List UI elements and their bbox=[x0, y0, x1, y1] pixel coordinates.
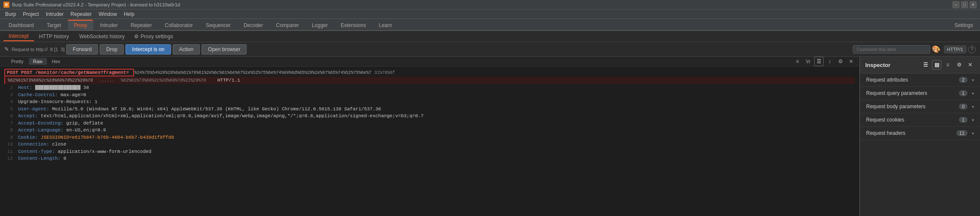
inspector-row-query[interactable]: Request query parameters 1 ▾ bbox=[860, 87, 980, 100]
maximize-button[interactable]: □ bbox=[961, 1, 968, 8]
tab-extensions[interactable]: Extensions bbox=[335, 21, 372, 30]
request-info2: 3] bbox=[61, 47, 64, 52]
forward-button[interactable]: Forward bbox=[66, 44, 98, 55]
tab-dashboard[interactable]: Dashboard bbox=[3, 21, 40, 30]
inspector-title: Inspector bbox=[865, 62, 891, 68]
menu-bar: Burp Project Intruder Repeater Window He… bbox=[0, 9, 980, 19]
request-body-label: Request body parameters bbox=[866, 103, 925, 110]
editor-tab-hex[interactable]: Hex bbox=[48, 58, 65, 65]
action-button[interactable]: Action bbox=[173, 44, 200, 55]
intercept-toggle-button[interactable]: Intercept is on bbox=[125, 44, 171, 55]
title-bar-left: B Burp Suite Professional v2023.4.2 - Te… bbox=[3, 2, 180, 8]
tab-target[interactable]: Target bbox=[41, 21, 67, 30]
tab-logger[interactable]: Logger bbox=[306, 21, 334, 30]
code-line-3: 3 Cache-Control: max-age=0 bbox=[4, 91, 855, 99]
chevron-icon-body: ▾ bbox=[972, 104, 974, 109]
request-headers-badge: 11 bbox=[956, 130, 968, 136]
tab-intruder[interactable]: Intruder bbox=[94, 21, 124, 30]
code-editor[interactable]: POST POST /monitor/cache/getNames?fragme… bbox=[0, 67, 859, 216]
inspector-view-icon-1[interactable]: ☰ bbox=[921, 60, 930, 70]
expand-icon[interactable]: ↕ bbox=[825, 57, 834, 66]
line-content-8: Accept-Language: en-US,en;q=0.9 bbox=[18, 127, 855, 134]
line-num-2: 2 bbox=[4, 84, 13, 91]
menu-project[interactable]: Project bbox=[19, 10, 42, 18]
wrap-icon[interactable]: ≡ bbox=[793, 57, 802, 66]
request-label: Request to http:// bbox=[12, 47, 48, 52]
menu-repeater[interactable]: Repeater bbox=[67, 10, 95, 18]
code-line-1: POST POST /monitor/cache/getNames?fragme… bbox=[4, 69, 855, 76]
code-line-7: 7 Accept-Encoding: gzip, deflate bbox=[4, 120, 855, 127]
request-query-label: Request query parameters bbox=[866, 90, 927, 96]
inspector-row-body[interactable]: Request body parameters 0 ▾ bbox=[860, 100, 980, 113]
request-attributes-label: Request attributes bbox=[866, 77, 908, 83]
line-content-3: Cache-Control: max-age=0 bbox=[18, 91, 855, 99]
request-path: POST /monitor/cache/getNames?fragment= bbox=[21, 70, 129, 75]
inspector-align-icon[interactable]: ≡ bbox=[943, 60, 953, 70]
tab-decoder[interactable]: Decoder bbox=[238, 21, 269, 30]
drop-button[interactable]: Drop bbox=[100, 44, 124, 55]
inspector-row-cookies[interactable]: Request cookies 1 ▾ bbox=[860, 113, 980, 126]
http-version-badge: HTTP/1 bbox=[944, 46, 966, 53]
sub-tab-bar: Intercept HTTP history WebSockets histor… bbox=[0, 31, 980, 42]
tab-collaborator[interactable]: Collaborator bbox=[159, 21, 199, 30]
menu-help[interactable]: Help bbox=[120, 10, 138, 18]
chevron-icon-query: ▾ bbox=[972, 91, 974, 96]
sub-tab-websockets[interactable]: WebSockets history bbox=[74, 32, 130, 41]
tab-proxy[interactable]: Proxy bbox=[68, 20, 93, 30]
inspector-row-right-query: 1 ▾ bbox=[959, 90, 974, 96]
editor-tab-raw[interactable]: Raw bbox=[29, 58, 47, 65]
settings-icon: ⚙ bbox=[134, 33, 139, 40]
inspector-section-headers: Request headers 11 ▾ bbox=[860, 127, 980, 140]
editor-tab-pretty[interactable]: Pretty bbox=[7, 58, 28, 65]
line-content-5: User-Agent: Mozilla/5.0 (Windows NT 10.0… bbox=[18, 106, 855, 113]
colorize-icon[interactable]: 🎨 bbox=[932, 45, 940, 54]
line-content-12: Content-Length: 0 bbox=[18, 155, 855, 162]
encoded-segment-1: %24%7b%54%20%28%6a%61%76%61%2e%6c%61%6e%… bbox=[134, 70, 371, 75]
tab-comparer[interactable]: Comparer bbox=[270, 21, 305, 30]
inspector-close-icon[interactable]: ✕ bbox=[965, 60, 975, 70]
line-num-12: 12 bbox=[4, 155, 13, 162]
close-button[interactable]: ✕ bbox=[970, 1, 977, 8]
close-editor-icon[interactable]: ✕ bbox=[846, 57, 856, 66]
help-icon[interactable]: ? bbox=[968, 46, 976, 53]
menu-intruder[interactable]: Intruder bbox=[43, 10, 67, 18]
proxy-settings-label: Proxy settings bbox=[140, 33, 173, 40]
menu-window[interactable]: Window bbox=[95, 10, 120, 18]
proxy-settings-button[interactable]: ⚙ Proxy settings bbox=[130, 32, 177, 41]
minimize-button[interactable]: ─ bbox=[953, 1, 959, 8]
code-line-4: 4 Upgrade-Insecure-Requests: 1 bbox=[4, 98, 855, 106]
settings-icon[interactable]: ⚙ bbox=[836, 57, 845, 66]
settings-button[interactable]: Settings bbox=[950, 21, 977, 30]
inspector-row-right-body: 0 ▾ bbox=[959, 103, 974, 110]
request-cookies-label: Request cookies bbox=[866, 117, 904, 123]
sub-tab-http-history[interactable]: HTTP history bbox=[34, 32, 74, 41]
comment-input[interactable] bbox=[853, 45, 930, 54]
title-bar: B Burp Suite Professional v2023.4.2 - Te… bbox=[0, 0, 980, 9]
inspector-settings-icon[interactable]: ⚙ bbox=[954, 60, 964, 70]
request-cookies-badge: 1 bbox=[959, 117, 968, 123]
open-browser-button[interactable]: Open browser bbox=[201, 44, 247, 55]
code-line-9: 9 Cookie: JSESSIONID=e617b847-b76b-4604-… bbox=[4, 134, 855, 141]
window-controls[interactable]: ─ □ ✕ bbox=[953, 1, 977, 8]
chevron-icon-headers: ▾ bbox=[972, 131, 974, 136]
tab-repeater[interactable]: Repeater bbox=[125, 21, 158, 30]
pencil-icon: ✎ bbox=[4, 46, 9, 52]
inspector-row-headers[interactable]: Request headers 11 ▾ bbox=[860, 127, 980, 140]
encoded-segment-5: %62%61%73%68%2c%2d%69%7d%22%29%7d bbox=[121, 78, 206, 83]
request-method: POST bbox=[7, 70, 21, 75]
menu-burp[interactable]: Burp bbox=[2, 10, 19, 18]
line-num-8: 8 bbox=[4, 127, 13, 134]
code-line-6: 6 Accept: text/html,application/xhtml+xm… bbox=[4, 113, 855, 120]
editor-tabs: Pretty Raw Hex bbox=[3, 57, 68, 66]
list-icon[interactable]: ☰ bbox=[814, 57, 824, 66]
newline-icon[interactable]: \n bbox=[803, 57, 813, 66]
line-num-11: 11 bbox=[4, 148, 13, 155]
line-content-9: Cookie: JSESSIONID=e617b847-b76b-4604-b6… bbox=[18, 134, 855, 141]
inspector-view-icon-2[interactable]: ▤ bbox=[932, 60, 941, 70]
inspector-row-attributes[interactable]: Request attributes 2 ▾ bbox=[860, 73, 980, 86]
tab-sequencer[interactable]: Sequencer bbox=[200, 21, 237, 30]
request-info: 8 [1 bbox=[50, 47, 58, 52]
tab-learn[interactable]: Learn bbox=[373, 21, 398, 30]
sub-tab-intercept[interactable]: Intercept bbox=[3, 32, 34, 41]
inspector-section-body: Request body parameters 0 ▾ bbox=[860, 100, 980, 113]
